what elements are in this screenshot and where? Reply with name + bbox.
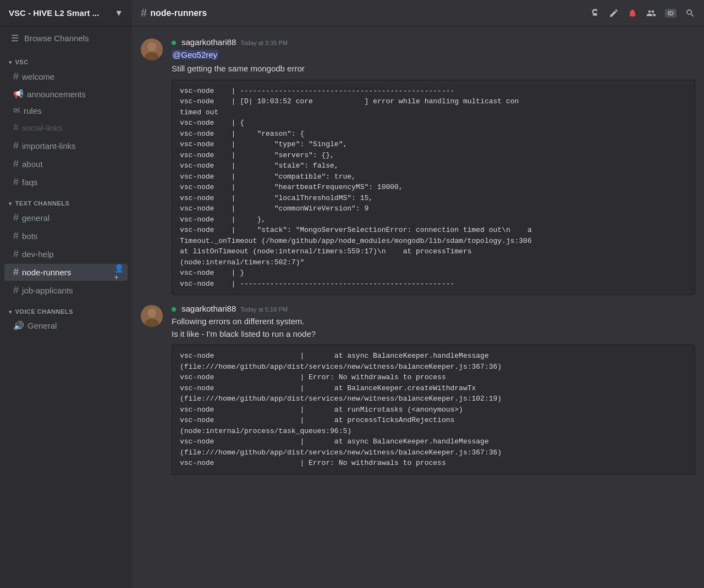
online-indicator xyxy=(172,307,176,312)
pin-icon[interactable] xyxy=(590,8,600,18)
speaker-icon: 🔊 xyxy=(13,320,24,331)
section-text-channels[interactable]: ▾ TEXT CHANNELS xyxy=(0,191,132,209)
rules-icon: ✉ xyxy=(13,106,20,115)
topbar-hash-icon: # xyxy=(141,7,147,19)
channel-rules[interactable]: ✉ rules xyxy=(4,103,128,118)
sidebar: VSC - HIVE L2 Smart ... ▼ ☰ Browse Chann… xyxy=(0,0,132,588)
svg-point-4 xyxy=(147,309,156,318)
main-content: # node-runners ID xyxy=(132,0,704,588)
server-header[interactable]: VSC - HIVE L2 Smart ... ▼ xyxy=(0,0,132,26)
message-timestamp: Today at 3:35 PM xyxy=(240,40,288,46)
channel-bots[interactable]: # bots xyxy=(4,228,128,245)
mention-tag[interactable]: @Geo52rey xyxy=(172,50,218,59)
hash-icon: # xyxy=(13,248,19,260)
message-body: Following errors on different system.Is … xyxy=(172,315,695,340)
members-icon[interactable] xyxy=(646,8,656,18)
channel-important-links[interactable]: # important-links xyxy=(4,137,128,154)
topbar-left: # node-runners xyxy=(141,7,207,19)
section-chevron: ▾ xyxy=(9,59,12,65)
add-member-icon[interactable]: 👤+ xyxy=(114,268,123,277)
section-vsc[interactable]: ▾ VSC xyxy=(0,50,132,68)
hash-icon: # xyxy=(13,122,19,134)
message-username: sagarkothari88 xyxy=(182,304,236,313)
message-content: sagarkothari88 Today at 5:18 PM Followin… xyxy=(172,304,695,475)
hash-icon: # xyxy=(13,176,19,188)
channel-dev-help[interactable]: # dev-help xyxy=(4,246,128,263)
edit-icon[interactable] xyxy=(609,8,619,18)
channel-faqs[interactable]: # faqs xyxy=(4,174,128,191)
list-icon: ☰ xyxy=(11,33,19,43)
voice-channel-name: General xyxy=(28,321,57,330)
bell-icon[interactable] xyxy=(628,8,637,18)
online-indicator xyxy=(172,41,176,45)
topbar-right: ID xyxy=(590,8,695,18)
message-content: sagarkothari88 Today at 3:35 PM @Geo52re… xyxy=(172,37,695,295)
topbar: # node-runners ID xyxy=(132,0,704,26)
channel-node-runners[interactable]: # node-runners 👤+ xyxy=(4,264,128,281)
server-name: VSC - HIVE L2 Smart ... xyxy=(9,8,99,18)
topbar-channel-label: node-runners xyxy=(150,8,207,18)
message-header: sagarkothari88 Today at 3:35 PM xyxy=(172,37,695,47)
channel-social-links[interactable]: # social-links xyxy=(4,119,128,136)
channel-about[interactable]: # about xyxy=(4,156,128,173)
message-body: Still getting the same mongodb error xyxy=(172,63,695,75)
code-block: vsc-node | at async BalanceKeeper.handle… xyxy=(172,345,695,475)
message-group: sagarkothari88 Today at 5:18 PM Followin… xyxy=(132,302,704,477)
voice-channel-general[interactable]: 🔊 General xyxy=(4,318,128,334)
browse-channels-button[interactable]: ☰ Browse Channels xyxy=(4,29,128,48)
hash-icon: # xyxy=(13,71,19,82)
avatar-image xyxy=(141,38,163,60)
hash-icon: # xyxy=(13,285,19,296)
section-chevron: ▾ xyxy=(9,309,12,315)
section-voice-channels[interactable]: ▾ VOICE CHANNELS xyxy=(0,299,132,317)
channel-general[interactable]: # general xyxy=(4,209,128,226)
hash-icon: # xyxy=(13,140,19,152)
browse-channels-label: Browse Channels xyxy=(24,34,89,43)
announcement-icon: 📢 xyxy=(13,89,24,99)
channel-welcome[interactable]: # welcome xyxy=(4,68,128,85)
message-header: sagarkothari88 Today at 5:18 PM xyxy=(172,304,695,313)
avatar-image xyxy=(141,305,163,327)
message-group: sagarkothari88 Today at 3:35 PM @Geo52re… xyxy=(132,35,704,297)
hash-icon: # xyxy=(13,158,19,170)
id-badge[interactable]: ID xyxy=(665,9,676,18)
avatar xyxy=(141,305,163,327)
hash-icon: # xyxy=(13,267,19,278)
channel-job-applicants[interactable]: # job-applicants xyxy=(4,282,128,299)
svg-point-1 xyxy=(147,42,156,51)
message-timestamp: Today at 5:18 PM xyxy=(240,306,288,313)
messages-area: sagarkothari88 Today at 3:35 PM @Geo52re… xyxy=(132,26,704,588)
message-username: sagarkothari88 xyxy=(182,37,236,47)
avatar xyxy=(141,38,163,60)
hash-icon: # xyxy=(13,230,19,242)
hash-icon: # xyxy=(13,212,19,224)
topbar-channel-name: # node-runners xyxy=(141,7,207,19)
section-chevron: ▾ xyxy=(9,201,12,207)
chevron-down-icon: ▼ xyxy=(114,8,123,18)
channel-announcements[interactable]: 📢 announcements xyxy=(4,86,128,102)
message-text: @Geo52rey xyxy=(172,49,695,60)
search-icon[interactable] xyxy=(685,8,695,18)
code-block: vsc-node | -----------------------------… xyxy=(172,80,695,296)
